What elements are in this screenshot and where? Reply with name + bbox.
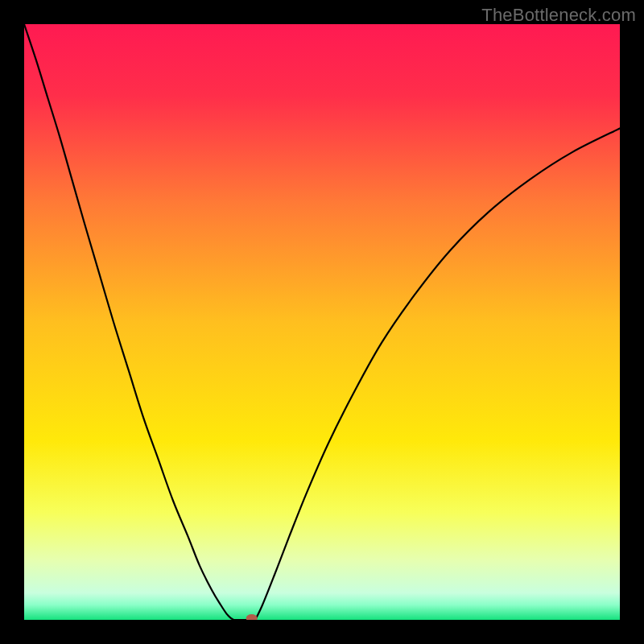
bottleneck-chart xyxy=(24,24,620,620)
watermark-text: TheBottleneck.com xyxy=(481,5,636,26)
plot-area xyxy=(24,24,620,620)
chart-frame: TheBottleneck.com xyxy=(0,0,644,644)
